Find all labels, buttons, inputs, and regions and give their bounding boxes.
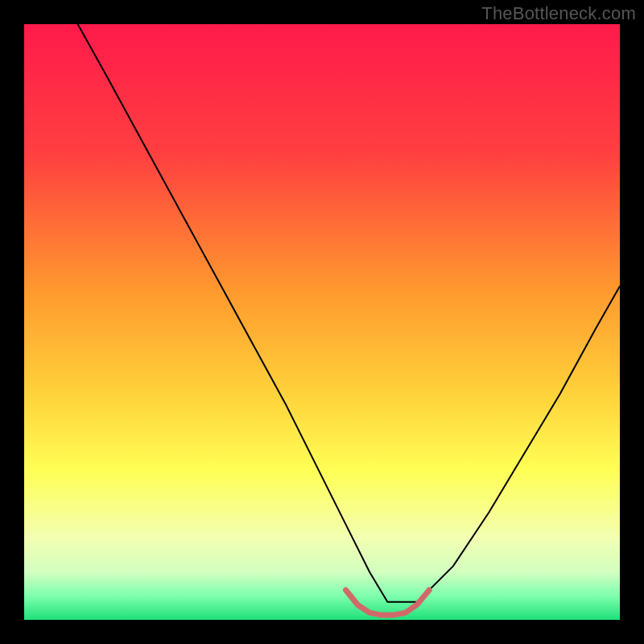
plot-background — [24, 24, 620, 620]
bottleneck-chart — [0, 0, 644, 644]
watermark-label: TheBottleneck.com — [481, 3, 636, 24]
chart-stage: TheBottleneck.com — [0, 0, 644, 644]
